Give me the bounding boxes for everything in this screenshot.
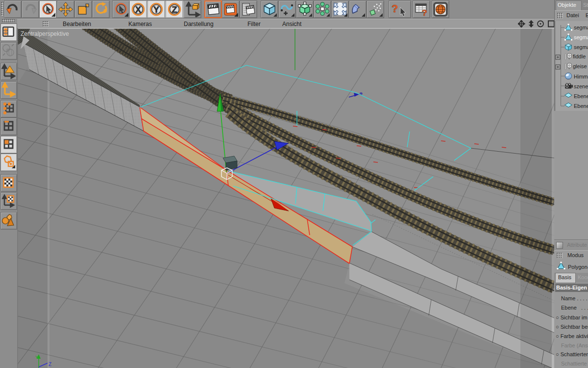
svg-text:?: ?	[392, 2, 398, 15]
svg-text:?: ?	[422, 8, 427, 17]
svg-text:X: X	[135, 5, 141, 15]
svg-text:Y: Y	[35, 355, 38, 360]
svg-text:Z: Z	[49, 362, 51, 367]
svg-text:Zentralperspektive: Zentralperspektive	[21, 30, 69, 37]
svg-text:Z: Z	[172, 5, 177, 15]
svg-text:Y: Y	[153, 5, 159, 15]
